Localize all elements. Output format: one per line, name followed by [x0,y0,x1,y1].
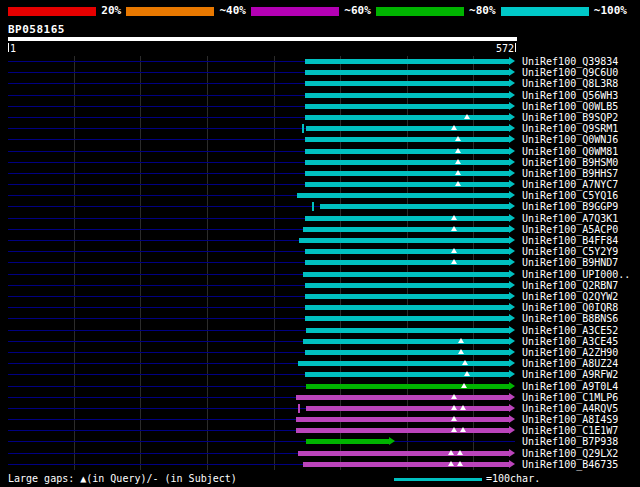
hit-label[interactable]: UniRef100_A5ACP0 [522,224,618,235]
subject-gap-tick [312,202,314,211]
hit-arrow-icon [509,270,515,278]
hit-bar[interactable] [305,149,509,154]
query-gap-icon [448,461,454,466]
hit-label[interactable]: UniRef100_A3CE45 [522,336,618,347]
hit-label[interactable]: UniRef100_A7NYC7 [522,179,618,190]
hit-label[interactable]: UniRef100_Q0IQR8 [522,302,618,313]
hit-bar[interactable] [305,216,509,221]
hit-label[interactable]: UniRef100_A4RQV5 [522,403,618,414]
hit-arrow-icon [509,191,515,199]
alignment-span-line [8,173,305,174]
hit-row: UniRef100_C5Y2Y9 [0,246,640,257]
hit-bar[interactable] [305,305,509,310]
hit-bar[interactable] [305,160,509,165]
hit-bar[interactable] [296,417,509,422]
hit-bar[interactable] [305,372,509,377]
hit-arrow-icon [509,370,515,378]
hit-label[interactable]: UniRef100_B46735 [522,459,618,470]
identity-key-segment [376,7,464,16]
hit-label[interactable]: UniRef100_B9HSM0 [522,157,618,168]
hit-bar[interactable] [306,406,509,411]
hit-bar[interactable] [305,260,509,265]
hit-bar[interactable] [298,451,510,456]
hit-bar[interactable] [305,171,509,176]
hit-label[interactable]: UniRef100_B8BNS6 [522,313,618,324]
hit-bar[interactable] [305,249,509,254]
hit-bar[interactable] [305,294,509,299]
hit-bar[interactable] [303,462,509,467]
query-bar [8,37,517,41]
hit-label[interactable]: UniRef100_Q8L3R8 [522,78,618,89]
query-gap-icon [464,371,470,376]
hit-label[interactable]: UniRef100_Q2RBN7 [522,280,618,291]
hit-label[interactable]: UniRef100_Q9SRM1 [522,123,618,134]
hit-label[interactable]: UniRef100_A3CE52 [522,325,618,336]
hit-bar[interactable] [303,227,509,232]
hit-label[interactable]: UniRef100_B9GGP9 [522,201,618,212]
hit-arrow-icon [509,247,515,255]
hit-label[interactable]: UniRef100_A8UZ24 [522,358,618,369]
hit-bar[interactable] [306,126,509,131]
hit-bar[interactable] [305,70,509,75]
hit-row: UniRef100_A4RQV5 [0,403,640,414]
hit-label[interactable]: UniRef100_A7Q3K1 [522,213,618,224]
identity-key-label: ~80% [464,5,501,17]
hit-label[interactable]: UniRef100_B4FF84 [522,235,618,246]
hit-bar[interactable] [305,137,509,142]
hit-bar[interactable] [305,182,509,187]
query-gap-icon [455,159,461,164]
query-gap-icon [460,427,466,432]
alignment-span-line [8,453,298,454]
hit-label[interactable]: UniRef100_B9HND7 [522,257,618,268]
identity-key-segment [126,7,214,16]
alignment-span-line [8,285,305,286]
hit-row: UniRef100_A5ACP0 [0,224,640,235]
hit-label[interactable]: UniRef100_Q0WNJ6 [522,134,618,145]
hit-label[interactable]: UniRef100_Q29LX2 [522,448,618,459]
hit-label[interactable]: UniRef100_C1MLP6 [522,392,618,403]
hit-label[interactable]: UniRef100_Q0WM81 [522,146,618,157]
hit-arrow-icon [509,180,515,188]
hit-bar[interactable] [305,283,509,288]
hit-bar[interactable] [306,439,389,444]
hit-bar[interactable] [298,361,510,366]
hit-bar[interactable] [306,384,509,389]
query-gap-icon [457,461,463,466]
hit-label[interactable]: UniRef100_Q0WLB5 [522,101,618,112]
hit-bar[interactable] [296,395,509,400]
hit-bar[interactable] [303,272,509,277]
hit-bar[interactable] [306,328,509,333]
hit-row: UniRef100_B4FF84 [0,235,640,246]
alignment-span-line [8,106,305,107]
hit-bar[interactable] [305,316,509,321]
hit-bar[interactable] [303,339,509,344]
hit-bar[interactable] [296,428,509,433]
hit-label[interactable]: UniRef100_B9SQP2 [522,112,618,123]
hit-label[interactable]: UniRef100_A2ZH90 [522,347,618,358]
hit-bar[interactable] [305,93,509,98]
hit-label[interactable]: UniRef100_A8I4S9 [522,414,618,425]
hit-bar[interactable] [305,81,509,86]
hit-bar[interactable] [305,104,509,109]
query-scale-tick [8,43,9,52]
hit-label[interactable]: UniRef100_C5Y2Y9 [522,246,618,257]
hit-label[interactable]: UniRef100_C5YQ16 [522,190,618,201]
hit-label[interactable]: UniRef100_Q39834 [522,56,618,67]
hit-bar[interactable] [320,204,509,209]
hit-label[interactable]: UniRef100_Q2QYW2 [522,291,618,302]
hit-bar[interactable] [299,238,509,243]
hit-bar[interactable] [305,115,509,120]
hit-bar[interactable] [305,350,509,355]
hit-label[interactable]: UniRef100_B9HHS7 [522,168,618,179]
hit-arrow-icon [509,158,515,166]
hit-label[interactable]: UniRef100_Q56WH3 [522,90,618,101]
hit-bar[interactable] [305,59,509,64]
hit-label[interactable]: UniRef100_C1E1W7 [522,425,618,436]
hit-label[interactable]: UniRef100_A9T0L4 [522,381,618,392]
hit-label[interactable]: UniRef100_B7P938 [522,436,618,447]
hit-label[interactable]: UniRef100_Q9C6U0 [522,67,618,78]
hit-label[interactable]: UniRef100_A9RFW2 [522,369,618,380]
hit-label[interactable]: UniRef100_UPI000.. [522,269,630,280]
hit-arrow-icon [509,57,515,65]
hit-bar[interactable] [297,193,509,198]
